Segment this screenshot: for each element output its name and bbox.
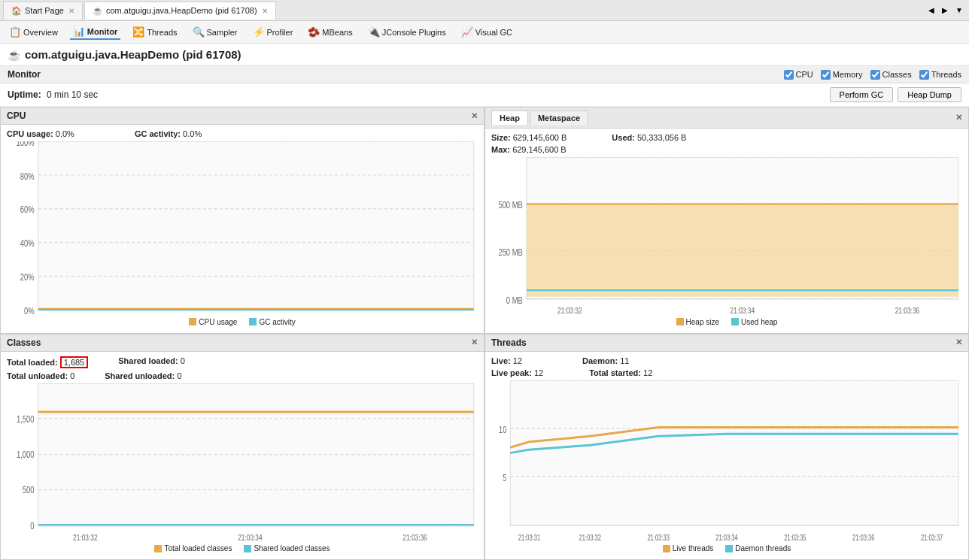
heap-stats-row-2: Max: 629,145,600 B [491, 145, 962, 154]
heap-max-label: Max: [491, 145, 510, 154]
tab-heap-label: com.atguigu.java.HeapDemo (pid 61708) [106, 6, 257, 15]
cpu-legend-gc: GC activity [249, 318, 295, 326]
checkbox-threads[interactable]: Threads [919, 70, 961, 80]
total-started-label: Total started: [589, 368, 641, 377]
svg-text:500 MB: 500 MB [498, 200, 522, 210]
mbeans-icon: 🫘 [308, 26, 320, 38]
svg-text:1,500: 1,500 [17, 414, 34, 425]
svg-text:21:03:31: 21:03:31 [518, 531, 540, 541]
toolbar-mbeans[interactable]: 🫘 MBeans [305, 25, 355, 39]
toolbar-overview-label: Overview [23, 28, 58, 37]
svg-text:21:03:34: 21:03:34 [731, 305, 755, 315]
cpu-chart: 100% 80% 60% 40% 20% 0% 21:03:32 21:03:3… [7, 141, 478, 316]
heap-max-stat: Max: 629,145,600 B [491, 145, 567, 154]
app-title-bar: ☕ com.atguigu.java.HeapDemo (pid 61708) [0, 44, 969, 66]
heap-panel-header: Heap Metaspace ✕ [485, 107, 968, 129]
checkbox-memory[interactable]: Memory [821, 70, 863, 80]
perform-gc-button[interactable]: Perform GC [830, 87, 894, 102]
heap-tab[interactable]: Heap [491, 110, 528, 125]
heap-panel-body: Size: 629,145,600 B Used: 50,333,056 B M… [485, 129, 968, 333]
shared-unloaded-value: 0 [177, 371, 181, 380]
cpu-usage-legend-label: CPU usage [199, 318, 237, 326]
heap-dump-button[interactable]: Heap Dump [898, 87, 961, 102]
heap-chart-area: 500 MB 250 MB 0 MB 21:03:32 21:03:34 21:… [491, 157, 962, 316]
live-value: 12 [513, 356, 522, 365]
tab-nav-prev[interactable]: ◀ [925, 5, 937, 16]
tab-start-close[interactable]: ✕ [68, 7, 74, 15]
cpu-usage-label: CPU usage: [7, 129, 53, 138]
svg-text:80%: 80% [20, 171, 35, 181]
toolbar-profiler[interactable]: ⚡ Profiler [250, 25, 296, 39]
svg-text:21:03:36: 21:03:36 [895, 305, 920, 315]
classes-panel-header: Classes ✕ [1, 334, 484, 352]
checkbox-cpu-input[interactable] [784, 70, 794, 80]
checkbox-cpu[interactable]: CPU [784, 70, 813, 80]
classes-legend-shared: Shared loaded classes [244, 544, 330, 552]
toolbar-sampler[interactable]: 🔍 Sampler [190, 25, 241, 39]
heap-tab-group: Heap Metaspace [491, 110, 590, 125]
svg-text:0: 0 [30, 520, 34, 531]
gc-activity-value: 0.0% [183, 129, 202, 138]
gc-activity-dot [249, 318, 257, 325]
uptime-value: 0 min 10 sec [47, 89, 98, 100]
classes-legend: Total loaded classes Shared loaded class… [7, 542, 478, 555]
heap-size-label: Size: [491, 133, 511, 142]
total-loaded-dot [154, 545, 162, 552]
checkbox-classes-input[interactable] [870, 70, 880, 80]
classes-legend-total: Total loaded classes [154, 544, 232, 552]
svg-text:40%: 40% [20, 238, 35, 249]
tab-start-label: Start Page [25, 6, 64, 15]
checkbox-classes[interactable]: Classes [870, 70, 912, 80]
classes-panel-close[interactable]: ✕ [471, 338, 478, 347]
tab-nav-menu[interactable]: ▼ [952, 5, 966, 16]
total-unloaded-label: Total unloaded: [7, 371, 68, 380]
tab-heap[interactable]: ☕ com.atguigu.java.HeapDemo (pid 61708) … [84, 2, 276, 20]
shared-unloaded-label: Shared unloaded: [105, 371, 175, 380]
svg-text:21:03:36: 21:03:36 [402, 532, 427, 542]
threads-stats-row-2: Live peak: 12 Total started: 12 [491, 368, 962, 377]
svg-text:60%: 60% [20, 204, 35, 215]
live-peak-stat: Live peak: 12 [491, 368, 543, 377]
checkbox-memory-input[interactable] [821, 70, 831, 80]
tab-heap-icon: ☕ [93, 6, 103, 16]
toolbar-visualgc[interactable]: 📈 Visual GC [458, 25, 515, 39]
toolbar: 📋 Overview 📊 Monitor 🔀 Threads 🔍 Sampler… [0, 21, 969, 44]
cpu-panel-close[interactable]: ✕ [471, 111, 478, 121]
tab-start[interactable]: 🏠 Start Page ✕ [3, 2, 83, 20]
toolbar-overview[interactable]: 📋 Overview [6, 25, 61, 39]
heap-chart: 500 MB 250 MB 0 MB 21:03:32 21:03:34 21:… [491, 157, 962, 316]
svg-text:21:03:34: 21:03:34 [238, 532, 263, 542]
toolbar-mbeans-label: MBeans [322, 28, 352, 37]
uptime-label: Uptime: [8, 89, 41, 100]
svg-text:500: 500 [23, 484, 35, 495]
tab-heap-close[interactable]: ✕ [262, 7, 268, 15]
live-threads-legend-label: Live threads [673, 544, 713, 552]
classes-panel-body: Total loaded: 1,685 Shared loaded: 0 Tot… [1, 352, 484, 560]
checkbox-classes-label: Classes [882, 70, 912, 79]
toolbar-threads[interactable]: 🔀 Threads [129, 25, 180, 39]
threads-panel-title: Threads [491, 338, 527, 348]
uptime-bar: Uptime: 0 min 10 sec Perform GC Heap Dum… [0, 83, 969, 107]
classes-stats-row-2: Total unloaded: 0 Shared unloaded: 0 [7, 371, 478, 380]
svg-text:20%: 20% [20, 272, 35, 283]
heap-panel-close[interactable]: ✕ [955, 113, 962, 123]
threads-chart-area: 10 5 21:03:31 21:03:32 21:03:33 21:03:34… [491, 380, 962, 543]
heap-used-dot [731, 318, 739, 325]
toolbar-jconsole[interactable]: 🔌 JConsole Plugins [365, 25, 449, 39]
app-title: com.atguigu.java.HeapDemo (pid 61708) [25, 48, 241, 61]
cpu-legend: CPU usage GC activity [7, 316, 478, 328]
cpu-legend-usage: CPU usage [189, 318, 237, 326]
threads-legend-live: Live threads [663, 544, 713, 552]
svg-text:0%: 0% [24, 306, 35, 316]
heap-used-label: Used: [612, 133, 635, 142]
checkbox-threads-input[interactable] [919, 70, 929, 80]
metaspace-tab[interactable]: Metaspace [530, 110, 588, 125]
tab-nav-next[interactable]: ▶ [939, 5, 951, 16]
total-unloaded-stat: Total unloaded: 0 [7, 371, 74, 380]
uptime-display: Uptime: 0 min 10 sec [8, 89, 98, 100]
toolbar-monitor[interactable]: 📊 Monitor [70, 24, 120, 40]
total-loaded-legend-label: Total loaded classes [164, 544, 232, 552]
classes-panel-title: Classes [7, 338, 41, 348]
threads-panel-close[interactable]: ✕ [955, 338, 962, 347]
gc-activity-label: GC activity: [135, 129, 181, 138]
